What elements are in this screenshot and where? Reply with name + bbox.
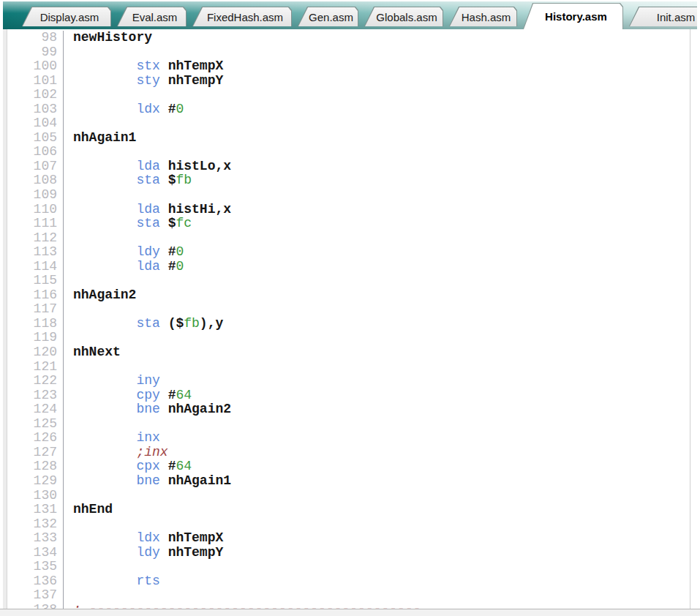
line-number: 110 bbox=[7, 203, 64, 217]
line-number: 123 bbox=[7, 388, 64, 403]
line-number: 117 bbox=[7, 302, 64, 317]
tab-inner: Eval.asm bbox=[118, 7, 186, 26]
line-content bbox=[64, 116, 73, 131]
code-line: 125 bbox=[7, 417, 690, 432]
code-line: 99 bbox=[7, 45, 690, 60]
code-line: 102 bbox=[7, 88, 690, 102]
app-window: Display.asmEval.asmFixedHash.asmGen.asmG… bbox=[0, 0, 700, 616]
line-number: 134 bbox=[7, 546, 64, 560]
line-number: 116 bbox=[7, 288, 64, 303]
line-number: 100 bbox=[7, 59, 64, 74]
code-line: 110 lda histHi,x bbox=[7, 203, 690, 217]
line-number: 103 bbox=[7, 102, 64, 117]
code-line: 103 ldx #0 bbox=[7, 102, 690, 117]
line-content: stx nhTempX bbox=[64, 59, 223, 74]
tab-init-asm[interactable]: Init.asm bbox=[629, 7, 697, 26]
line-number: 126 bbox=[7, 431, 64, 446]
line-number: 98 bbox=[7, 31, 64, 45]
line-content bbox=[64, 360, 73, 375]
code-line: 108 sta $fb bbox=[7, 173, 690, 188]
line-number: 118 bbox=[7, 317, 64, 331]
line-content: nhAgain2 bbox=[64, 288, 136, 303]
line-number: 131 bbox=[7, 503, 64, 517]
code-line: 119 bbox=[7, 331, 690, 345]
code-line: 109 bbox=[7, 188, 690, 203]
tab-globals-asm[interactable]: Globals.asm bbox=[364, 7, 443, 26]
tab-label: Globals.asm bbox=[376, 11, 437, 23]
line-content: cpy #64 bbox=[64, 388, 192, 403]
line-content bbox=[64, 560, 73, 574]
code-line: 115 bbox=[7, 274, 690, 288]
line-content: ldy nhTempY bbox=[64, 546, 223, 560]
line-content: ; --------------------------------------… bbox=[64, 603, 421, 609]
tab-inner: Gen.asm bbox=[298, 7, 358, 26]
line-content: nhAgain1 bbox=[64, 131, 136, 146]
line-number: 106 bbox=[7, 145, 64, 159]
code-line: 117 bbox=[7, 302, 690, 317]
line-number: 114 bbox=[7, 260, 64, 274]
code-line: 131nhEnd bbox=[7, 503, 690, 517]
tab-gen-asm[interactable]: Gen.asm bbox=[298, 7, 358, 26]
tab-history-asm[interactable]: History.asm bbox=[523, 3, 623, 29]
line-number: 129 bbox=[7, 474, 64, 489]
tab-label: Init.asm bbox=[657, 11, 696, 23]
line-content: sta ($fb),y bbox=[64, 317, 223, 331]
line-content: ldx #0 bbox=[64, 102, 184, 117]
code-line: 107 lda histLo,x bbox=[7, 159, 690, 174]
line-content: iny bbox=[64, 374, 160, 388]
line-number: 109 bbox=[7, 188, 64, 203]
line-content: ;inx bbox=[64, 446, 168, 460]
tab-label: Hash.asm bbox=[462, 11, 511, 23]
code-line: 114 lda #0 bbox=[7, 260, 690, 274]
line-number: 130 bbox=[7, 489, 64, 503]
line-content bbox=[64, 274, 73, 288]
line-number: 101 bbox=[7, 74, 64, 89]
code-line: 132 bbox=[7, 517, 690, 532]
code-line: 138; -----------------------------------… bbox=[7, 603, 690, 609]
line-number: 102 bbox=[7, 88, 64, 102]
code-line: 135 bbox=[7, 560, 690, 574]
line-content: newHistory bbox=[64, 31, 152, 45]
line-number: 112 bbox=[7, 231, 64, 246]
line-content: bne nhAgain1 bbox=[64, 474, 231, 489]
tab-display-asm[interactable]: Display.asm bbox=[22, 7, 111, 26]
tab-eval-asm[interactable]: Eval.asm bbox=[117, 7, 187, 26]
code-line: 116nhAgain2 bbox=[7, 288, 690, 303]
line-content: ldx nhTempX bbox=[64, 531, 223, 546]
code-line: 106 bbox=[7, 145, 690, 159]
line-content: sty nhTempY bbox=[64, 74, 223, 89]
line-number: 122 bbox=[7, 374, 64, 388]
line-number: 107 bbox=[7, 159, 64, 174]
tab-fixedhash-asm[interactable]: FixedHash.asm bbox=[192, 7, 292, 26]
line-number: 133 bbox=[7, 531, 64, 546]
tab-label: Gen.asm bbox=[309, 11, 353, 23]
line-content: nhNext bbox=[64, 345, 121, 360]
line-content: ldy #0 bbox=[64, 245, 184, 260]
line-number: 121 bbox=[7, 360, 64, 375]
line-number: 136 bbox=[7, 574, 64, 589]
line-content bbox=[64, 188, 73, 203]
tab-inner: FixedHash.asm bbox=[193, 7, 291, 26]
line-number: 111 bbox=[7, 217, 64, 231]
line-number: 127 bbox=[7, 446, 64, 460]
line-content bbox=[64, 88, 73, 102]
line-number: 104 bbox=[7, 116, 64, 131]
code-line: 128 cpx #64 bbox=[7, 459, 690, 474]
code-editor[interactable]: 98newHistory99100 stx nhTempX101 sty nhT… bbox=[7, 29, 690, 609]
tab-inner: History.asm bbox=[524, 4, 622, 29]
code-line: 98newHistory bbox=[7, 31, 690, 45]
code-line: 130 bbox=[7, 489, 690, 503]
tab-hash-asm[interactable]: Hash.asm bbox=[449, 7, 517, 26]
tab-label: History.asm bbox=[545, 10, 607, 23]
tab-label: Eval.asm bbox=[132, 11, 178, 23]
code-line: 105nhAgain1 bbox=[7, 131, 690, 146]
window-bottom-edge bbox=[0, 609, 700, 616]
code-line: 100 stx nhTempX bbox=[7, 59, 690, 74]
code-line: 134 ldy nhTempY bbox=[7, 546, 690, 560]
line-number: 132 bbox=[7, 517, 64, 532]
code-line: 137 bbox=[7, 588, 690, 603]
line-number: 115 bbox=[7, 274, 64, 288]
code-line: 124 bne nhAgain2 bbox=[7, 402, 690, 417]
line-content: sta $fc bbox=[64, 217, 192, 231]
tab-inner: Display.asm bbox=[23, 7, 110, 26]
